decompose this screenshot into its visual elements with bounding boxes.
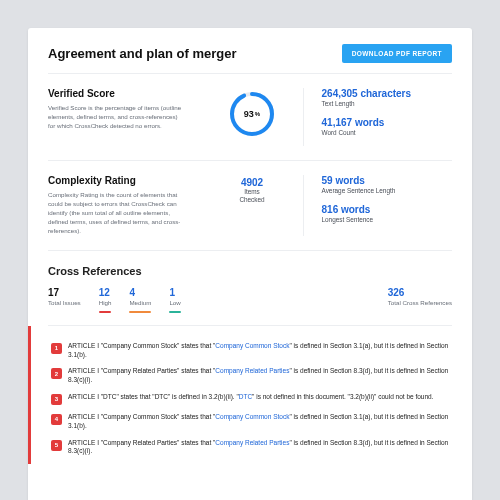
xstat-value: 4 xyxy=(129,287,151,298)
xstat-low[interactable]: 1 Low xyxy=(169,287,180,313)
xstat-label: High xyxy=(99,299,112,306)
verified-score-section: Verified Score Verified Score is the per… xyxy=(28,74,472,160)
verified-score-description: Verified Score is the percentage of item… xyxy=(48,104,182,131)
stat-label: Word Count xyxy=(322,129,452,136)
issue-row[interactable]: 2ARTICLE I "Company Related Parties" sta… xyxy=(51,363,452,389)
issue-text: ARTICLE I "Company Common Stock" states … xyxy=(68,342,452,360)
verified-score-block: Verified Score Verified Score is the per… xyxy=(48,88,202,146)
defined-term-link[interactable]: Company Related Parties xyxy=(215,367,289,374)
defined-term-link[interactable]: Company Common Stock xyxy=(215,342,289,349)
issue-row[interactable]: 5ARTICLE I "Company Related Parties" sta… xyxy=(51,435,452,461)
issue-text: ARTICLE I "DTC" states that "DTC" is def… xyxy=(68,393,434,405)
stat-value: 41,167 words xyxy=(322,117,452,128)
xstat-label: Total Issues xyxy=(48,299,81,306)
xstat-medium[interactable]: 4 Medium xyxy=(129,287,151,313)
stat-text-length: 264,305 characters Text Length xyxy=(322,88,452,107)
xstat-total-issues: 17 Total Issues xyxy=(48,287,81,313)
complexity-title: Complexity Rating xyxy=(48,175,182,186)
gauge-percent: 93 xyxy=(244,109,254,119)
defined-term-link[interactable]: Company Common Stock xyxy=(215,413,289,420)
header: Agreement and plan of merger DOWNLOAD PD… xyxy=(28,28,472,73)
xstat-label: Total Cross References xyxy=(388,299,452,306)
complexity-description: Complexity Rating is the count of elemen… xyxy=(48,191,182,236)
defined-term-link[interactable]: DTC xyxy=(239,393,252,400)
complexity-block: Complexity Rating Complexity Rating is t… xyxy=(48,175,202,236)
stat-longest-sentence: 816 words Longest Sentence xyxy=(322,204,452,223)
issue-badge: 1 xyxy=(51,343,62,354)
issue-badge: 3 xyxy=(51,394,62,405)
report-card: Agreement and plan of merger DOWNLOAD PD… xyxy=(28,28,472,500)
verified-score-title: Verified Score xyxy=(48,88,182,99)
issue-badge: 5 xyxy=(51,440,62,451)
xstat-label: Medium xyxy=(129,299,151,306)
download-pdf-button[interactable]: DOWNLOAD PDF REPORT xyxy=(342,44,452,63)
xstat-value: 12 xyxy=(99,287,112,298)
document-stats: 264,305 characters Text Length 41,167 wo… xyxy=(303,88,452,146)
defined-term-link[interactable]: Company Related Parties xyxy=(215,439,289,446)
stat-label: Longest Sentence xyxy=(322,216,452,223)
document-stats-2: 59 words Average Sentence Length 816 wor… xyxy=(303,175,452,236)
items-checked-block: 4902 Items Checked xyxy=(202,175,303,236)
stat-value: 59 words xyxy=(322,175,452,186)
xstat-high[interactable]: 12 High xyxy=(99,287,112,313)
verified-score-gauge: 93% xyxy=(202,88,303,146)
xstat-value: 326 xyxy=(388,287,452,298)
issues-list: 1ARTICLE I "Company Common Stock" states… xyxy=(28,326,472,464)
stat-label: Text Length xyxy=(322,100,452,107)
gauge-value: 93% xyxy=(228,90,276,138)
xstat-value: 1 xyxy=(169,287,180,298)
cross-references-stats: 17 Total Issues 12 High 4 Medium 1 Low 3… xyxy=(28,285,472,313)
items-checked-value: 4902 xyxy=(239,177,264,188)
gauge-percent-suffix: % xyxy=(255,111,260,117)
xstat-total-refs: 326 Total Cross References xyxy=(388,287,452,313)
xstat-value: 17 xyxy=(48,287,81,298)
severity-bar-medium xyxy=(129,311,151,313)
cross-references-title: Cross References xyxy=(48,265,452,277)
complexity-section: Complexity Rating Complexity Rating is t… xyxy=(28,161,472,250)
severity-bar-high xyxy=(99,311,112,313)
items-checked-label-1: Items xyxy=(239,188,264,196)
issue-badge: 2 xyxy=(51,368,62,379)
stat-value: 264,305 characters xyxy=(322,88,452,99)
xstat-label: Low xyxy=(169,299,180,306)
issue-badge: 4 xyxy=(51,414,62,425)
stat-value: 816 words xyxy=(322,204,452,215)
stat-avg-sentence: 59 words Average Sentence Length xyxy=(322,175,452,194)
issue-row[interactable]: 3ARTICLE I "DTC" states that "DTC" is de… xyxy=(51,389,452,409)
stat-word-count: 41,167 words Word Count xyxy=(322,117,452,136)
cross-references-header: Cross References xyxy=(28,251,472,285)
issue-text: ARTICLE I "Company Related Parties" stat… xyxy=(68,367,452,385)
issue-text: ARTICLE I "Company Related Parties" stat… xyxy=(68,439,452,457)
items-checked-label-2: Checked xyxy=(239,196,264,204)
severity-bar-low xyxy=(169,311,180,313)
page-title: Agreement and plan of merger xyxy=(48,46,237,61)
issue-row[interactable]: 1ARTICLE I "Company Common Stock" states… xyxy=(51,338,452,364)
stat-label: Average Sentence Length xyxy=(322,187,452,194)
issue-text: ARTICLE I "Company Common Stock" states … xyxy=(68,413,452,431)
issue-row[interactable]: 4ARTICLE I "Company Common Stock" states… xyxy=(51,409,452,435)
